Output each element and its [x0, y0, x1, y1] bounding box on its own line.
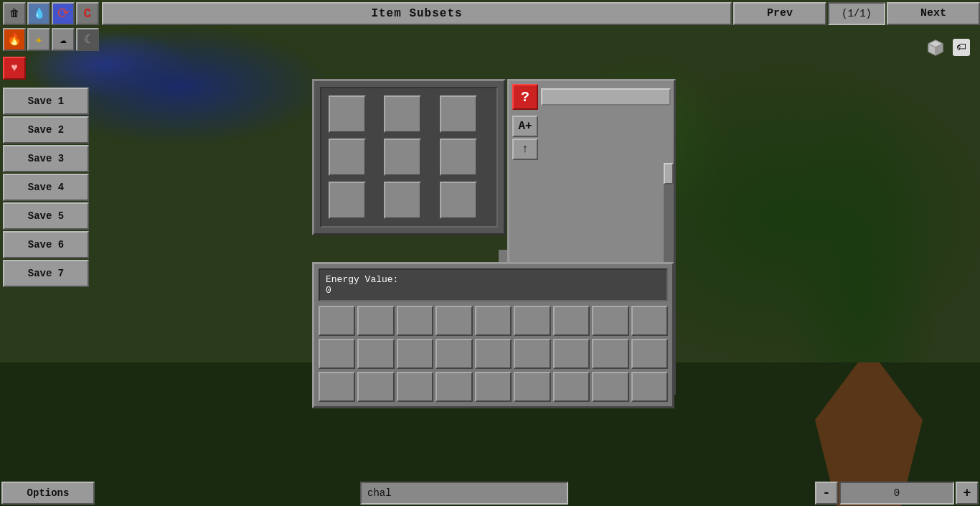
inv-slot-11[interactable]	[397, 339, 433, 369]
prev-button[interactable]: Prev	[733, 2, 826, 25]
tooltip-area: Energy Value: 0	[319, 268, 668, 301]
options-button[interactable]: Options	[1, 482, 95, 505]
heart-button[interactable]: ♥	[3, 57, 26, 80]
circle-icon[interactable]: ⟳	[52, 2, 75, 25]
scroll-up-button[interactable]: ↑	[512, 139, 538, 160]
inventory-grid-row2	[319, 339, 668, 369]
energy-label: Energy Value:	[326, 274, 398, 285]
save-7-button[interactable]: Save 7	[3, 260, 89, 287]
craft-slot-1-0[interactable]	[329, 139, 366, 176]
cloud-icon[interactable]: ☁	[52, 28, 75, 51]
inv-slot-14[interactable]	[514, 339, 550, 369]
craft-slot-0-2[interactable]	[440, 95, 477, 133]
nav-shape-icons: 🏷	[924, 36, 973, 59]
save-5-button[interactable]: Save 5	[3, 202, 89, 230]
inv-slot-0[interactable]	[319, 306, 355, 336]
item-icon-button[interactable]: ?	[512, 84, 538, 110]
item-search-bar	[541, 88, 671, 106]
inv-slot-23[interactable]	[514, 372, 550, 402]
trash-icon[interactable]: 🗑	[3, 2, 26, 25]
save-slots: Save 1 Save 2 Save 3 Save 4 Save 5 Save …	[0, 86, 92, 289]
craft-slot-1-1[interactable]	[384, 139, 421, 176]
inv-slot-9[interactable]	[319, 339, 355, 369]
inv-slot-2[interactable]	[397, 306, 433, 336]
inv-slot-3[interactable]	[435, 306, 472, 336]
side-panel-controls: A+ ↑	[509, 113, 674, 163]
craft-slot-2-0[interactable]	[329, 182, 366, 219]
moon-icon[interactable]: ☾	[76, 28, 99, 51]
inventory-grid-row3	[319, 372, 668, 402]
inv-slot-7[interactable]	[592, 306, 628, 336]
inventory-panel: Energy Value: 0	[312, 262, 674, 408]
counter-area: - 0 +	[815, 482, 979, 505]
inv-slot-25[interactable]	[592, 372, 628, 402]
next-button[interactable]: Next	[887, 2, 980, 25]
save-2-button[interactable]: Save 2	[3, 116, 89, 144]
cube-icon[interactable]	[924, 36, 947, 59]
panel-title: Item Subsets	[102, 2, 732, 25]
inv-slot-22[interactable]	[475, 372, 512, 402]
save-6-button[interactable]: Save 6	[3, 231, 89, 258]
top-bar: 🗑 💧 ⟳ C Item Subsets Prev (1/1) Next	[0, 0, 980, 27]
inv-slot-17[interactable]	[631, 339, 668, 369]
side-panel-top: ?	[509, 81, 674, 113]
inv-slot-15[interactable]	[553, 339, 590, 369]
bottom-bar: Options chal - 0 +	[0, 479, 980, 506]
inv-slot-6[interactable]	[553, 306, 590, 336]
inv-slot-16[interactable]	[592, 339, 628, 369]
craft-slot-0-1[interactable]	[384, 95, 421, 133]
water-icon[interactable]: 💧	[27, 2, 50, 25]
inv-slot-4[interactable]	[475, 306, 512, 336]
second-toolbar: 🔥 ✦ ☁ ☾	[0, 27, 102, 52]
inv-slot-18[interactable]	[319, 372, 355, 402]
inv-slot-24[interactable]	[553, 372, 590, 402]
inv-slot-5[interactable]	[514, 306, 550, 336]
inventory-grid-row1	[319, 306, 668, 336]
energy-value: 0	[326, 285, 331, 296]
save-1-button[interactable]: Save 1	[3, 88, 89, 115]
crafting-area	[312, 79, 506, 235]
save-3-button[interactable]: Save 3	[3, 145, 89, 172]
inv-slot-13[interactable]	[475, 339, 512, 369]
craft-slot-2-1[interactable]	[384, 182, 421, 219]
craft-slot-1-2[interactable]	[440, 139, 477, 176]
inv-slot-8[interactable]	[631, 306, 668, 336]
counter-plus-button[interactable]: +	[956, 482, 979, 505]
inv-slot-10[interactable]	[357, 339, 394, 369]
craft-slot-2-2[interactable]	[440, 182, 477, 219]
red-c-icon[interactable]: C	[76, 2, 99, 25]
crafting-grid	[320, 87, 498, 228]
chat-input[interactable]: chal	[360, 482, 568, 505]
counter-minus-button[interactable]: -	[815, 482, 838, 505]
tag-icon[interactable]: 🏷	[950, 36, 973, 59]
toolbar-icons: 🗑 💧 ⟳ C	[0, 1, 102, 27]
scrollbar-thumb[interactable]	[664, 163, 674, 184]
inv-slot-21[interactable]	[435, 372, 472, 402]
inv-slot-1[interactable]	[357, 306, 394, 336]
save-4-button[interactable]: Save 4	[3, 174, 89, 201]
sun-icon[interactable]: ✦	[27, 28, 50, 51]
page-indicator: (1/1)	[828, 2, 885, 25]
inv-slot-26[interactable]	[631, 372, 668, 402]
counter-display: 0	[839, 482, 954, 505]
inv-slot-12[interactable]	[435, 339, 472, 369]
font-size-button[interactable]: A+	[512, 116, 538, 137]
chat-value: chal	[367, 487, 392, 499]
fire-icon[interactable]: 🔥	[3, 28, 26, 51]
craft-slot-0-0[interactable]	[329, 95, 366, 133]
inv-slot-19[interactable]	[357, 372, 394, 402]
inv-slot-20[interactable]	[397, 372, 433, 402]
